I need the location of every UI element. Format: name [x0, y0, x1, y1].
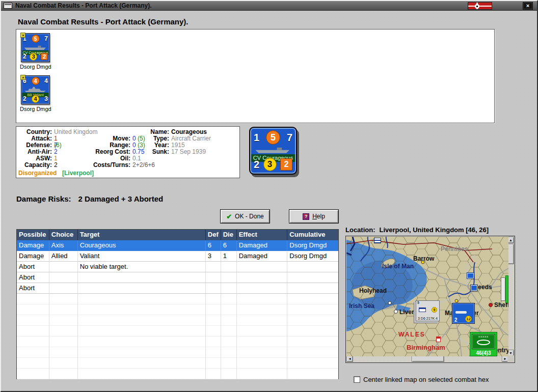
map-counter-edge-selection[interactable] [505, 275, 508, 303]
table-cell [287, 262, 338, 272]
table-cell [17, 369, 49, 379]
table-row[interactable] [17, 358, 338, 369]
table-header-die[interactable]: Die [221, 230, 237, 240]
counter-bottom-row: 2 3 2 [254, 157, 292, 172]
table-cell: Axis [49, 240, 78, 251]
table-header-possible[interactable]: Possible [17, 230, 49, 240]
counter-bottom-row: 2 3 2 [23, 52, 48, 61]
table-cell [206, 326, 221, 337]
ship-silhouette-icon [254, 145, 292, 154]
status-location: [Liverpool] [62, 170, 94, 177]
table-cell [49, 272, 78, 283]
counter-number: 2 [23, 53, 26, 60]
table-cell [78, 347, 206, 358]
table-cell [221, 315, 237, 326]
table-row[interactable] [17, 347, 338, 358]
stack-marker-icon [20, 33, 25, 38]
map-counter-small-unit[interactable] [470, 285, 478, 291]
table-cell [17, 337, 49, 347]
ship-silhouette-icon [23, 86, 47, 92]
table-cell: Dsorg Dmgd [287, 251, 338, 262]
map-viewport[interactable]: Pennines Barrow Isle of Man Leeds Holyhe… [346, 237, 508, 356]
window: Naval Combat Results - Port Attack (Germ… [0, 0, 538, 392]
table-cell [78, 283, 206, 294]
map-counter-naval[interactable]: 2 12 [452, 303, 475, 324]
stack-badge: 9 [432, 307, 437, 313]
table-cell [17, 358, 49, 369]
table-cell [237, 347, 288, 358]
table-row[interactable]: Abort No viable target. [17, 262, 338, 272]
table-cell [78, 369, 206, 379]
map-label-pennines: Pennines [441, 245, 468, 253]
table-cell: No viable target. [78, 262, 206, 272]
map-counter-small-unit[interactable] [467, 272, 474, 279]
unit-counter-cv-courageous[interactable]: 1 5 7 CV Courageous 2 3 2 [21, 33, 50, 62]
map-label-irish-sea: Irish Sea [349, 302, 374, 310]
table-row[interactable] [17, 326, 338, 337]
table-row-selected[interactable]: Damage Axis Courageous 6 6 Damaged Dsorg… [17, 240, 338, 251]
table-header-def[interactable]: Def [206, 230, 221, 240]
table-cell [78, 304, 206, 315]
table-header-row: Possible Choice Target Def Die Effect Cu… [17, 230, 338, 240]
table-cell: Abort [17, 272, 49, 283]
table-cell [206, 358, 221, 369]
table-row[interactable] [17, 369, 338, 379]
close-button[interactable]: × [523, 2, 533, 10]
green-counter: xxxxx [472, 334, 495, 349]
naval-number: 2 [454, 317, 458, 323]
table-cell [17, 326, 49, 337]
counter-badge-orange-square: 2 [280, 158, 292, 171]
table-cell: 6 [221, 240, 237, 251]
table-cell [78, 337, 206, 347]
center-map-checkbox[interactable] [354, 376, 360, 383]
table-cell [237, 369, 288, 379]
table-cell [17, 304, 49, 315]
table-cell [221, 347, 237, 358]
ok-done-button[interactable]: ✔ OK - Done [220, 209, 270, 223]
table-row[interactable] [17, 294, 338, 304]
table-cell [287, 294, 338, 304]
app-icon[interactable] [4, 3, 12, 9]
table-header-choice[interactable]: Choice [49, 230, 78, 240]
help-button[interactable]: ? Help [289, 209, 339, 223]
table-row[interactable] [17, 304, 338, 315]
stack-marker-icon [20, 75, 25, 80]
map-counter-stack[interactable]: 5 9 3 D6 217K 4 [416, 300, 440, 321]
table-cell [49, 294, 78, 304]
table-cell [237, 272, 288, 283]
table-header-cumulative[interactable]: Cumulative [287, 230, 338, 240]
table-cell: Valiant [78, 251, 206, 262]
table-cell [49, 326, 78, 337]
table-cell [206, 272, 221, 283]
table-cell [221, 369, 237, 379]
table-cell: Damage [17, 251, 49, 262]
table-cell [17, 315, 49, 326]
table-cell: Courageous [78, 240, 206, 251]
table-header-effect[interactable]: Effect [237, 230, 288, 240]
map-counter-partial[interactable] [501, 277, 505, 301]
table-row[interactable] [17, 337, 338, 347]
titlebar[interactable]: Naval Combat Results - Port Attack (Germ… [1, 1, 537, 11]
table-cell [78, 326, 206, 337]
counter-bottom-row: 2 4 3 [23, 95, 48, 103]
table-row[interactable] [17, 315, 338, 326]
unit-status-label: Dsorg Dmgd [20, 106, 51, 112]
map-label-holyhead: Holyhead [359, 287, 387, 294]
table-row[interactable]: Abort [17, 283, 338, 294]
table-cell [49, 262, 78, 272]
unit-status-label: Dsorg Dmgd [20, 64, 51, 70]
table-row[interactable]: Abort [17, 272, 338, 283]
table-header-target[interactable]: Target [78, 230, 206, 240]
costs-turns-label: Costs/Turns: [77, 162, 130, 169]
table-row[interactable]: Damage Allied Valiant 3 1 Damaged Dsorg … [17, 251, 338, 262]
map-counter-selected-green[interactable]: xxxxx 46(4)3 [470, 332, 497, 356]
counter-number: 2 [23, 95, 26, 102]
counter-badge-yellow: 4 [32, 95, 39, 103]
flag-cross-h [468, 6, 492, 7]
unit-counter-bb-valiant[interactable]: 6 4 4 BB Valiant 2 4 3 [21, 75, 50, 104]
counter-badge-yellow: 3 [30, 53, 37, 61]
table-cell [221, 358, 237, 369]
table-cell [287, 283, 338, 294]
help-label: Help [312, 213, 325, 220]
counter-top-row: 1 5 7 [23, 35, 48, 43]
